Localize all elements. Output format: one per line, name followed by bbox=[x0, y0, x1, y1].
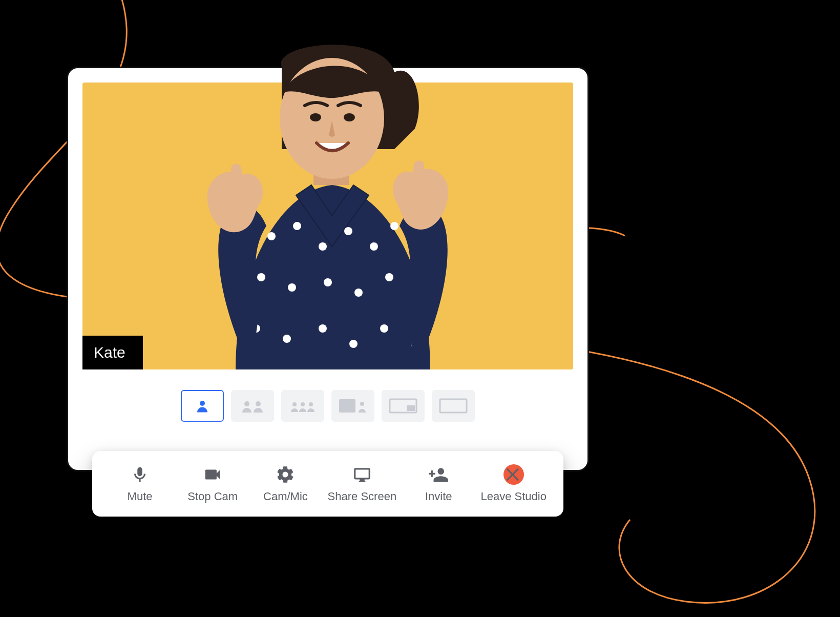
svg-rect-22 bbox=[230, 163, 246, 195]
studio-window: Kate bbox=[67, 67, 589, 471]
two-person-icon bbox=[240, 398, 265, 414]
three-person-icon bbox=[288, 398, 317, 414]
svg-point-14 bbox=[385, 273, 393, 281]
person-icon bbox=[195, 398, 210, 414]
invite-button[interactable]: Invite bbox=[408, 464, 469, 503]
svg-point-7 bbox=[344, 227, 352, 235]
svg-point-31 bbox=[360, 402, 364, 406]
blank-frame-icon bbox=[438, 397, 468, 415]
layout-blank[interactable] bbox=[432, 390, 475, 422]
svg-point-5 bbox=[293, 222, 301, 230]
svg-point-6 bbox=[319, 242, 327, 251]
svg-point-28 bbox=[301, 402, 305, 406]
svg-point-3 bbox=[344, 113, 355, 121]
microphone-icon bbox=[130, 464, 150, 485]
svg-point-25 bbox=[244, 401, 249, 406]
svg-point-20 bbox=[380, 324, 388, 333]
svg-point-24 bbox=[200, 401, 205, 406]
svg-point-27 bbox=[292, 402, 297, 406]
invite-label: Invite bbox=[425, 490, 452, 503]
svg-point-13 bbox=[354, 289, 363, 297]
participant-name-tag: Kate bbox=[82, 336, 143, 369]
svg-point-12 bbox=[324, 278, 332, 286]
svg-point-19 bbox=[349, 340, 358, 348]
svg-point-1 bbox=[280, 58, 384, 179]
layout-three-up[interactable] bbox=[281, 390, 324, 422]
stop-cam-label: Stop Cam bbox=[187, 490, 238, 503]
presenter-figure bbox=[128, 21, 528, 369]
mute-button[interactable]: Mute bbox=[109, 464, 171, 503]
svg-rect-33 bbox=[407, 405, 415, 411]
svg-point-4 bbox=[267, 232, 276, 240]
svg-rect-30 bbox=[339, 399, 355, 413]
svg-point-15 bbox=[411, 294, 419, 302]
share-screen-label: Share Screen bbox=[328, 490, 397, 503]
add-person-icon bbox=[429, 464, 448, 485]
main-plus-side-icon bbox=[338, 397, 368, 415]
participant-name: Kate bbox=[94, 344, 125, 361]
svg-rect-23 bbox=[410, 160, 425, 191]
mute-label: Mute bbox=[128, 490, 153, 503]
control-toolbar: Mute Stop Cam Cam/Mic Share Screen Invit… bbox=[92, 451, 563, 517]
pip-icon bbox=[388, 397, 418, 415]
stop-cam-button[interactable]: Stop Cam bbox=[182, 464, 243, 503]
svg-point-10 bbox=[257, 273, 265, 281]
video-camera-icon bbox=[203, 464, 222, 485]
svg-point-21 bbox=[411, 340, 419, 348]
monitor-icon bbox=[352, 464, 372, 485]
svg-point-26 bbox=[256, 401, 261, 406]
cam-mic-settings-button[interactable]: Cam/Mic bbox=[255, 464, 316, 503]
leave-studio-button[interactable]: Leave Studio bbox=[480, 464, 546, 503]
svg-point-29 bbox=[309, 402, 313, 406]
gear-icon bbox=[276, 464, 295, 485]
svg-point-18 bbox=[319, 324, 327, 333]
svg-rect-34 bbox=[440, 399, 467, 413]
layout-main-plus-side[interactable] bbox=[331, 390, 374, 422]
svg-point-8 bbox=[370, 242, 378, 251]
main-video: Kate bbox=[82, 83, 573, 369]
leave-label: Leave Studio bbox=[480, 490, 546, 503]
layout-pip[interactable] bbox=[382, 390, 425, 422]
svg-point-17 bbox=[283, 335, 291, 343]
svg-point-2 bbox=[310, 113, 321, 121]
layout-single[interactable] bbox=[181, 390, 224, 422]
cam-mic-label: Cam/Mic bbox=[263, 490, 308, 503]
close-icon bbox=[503, 464, 524, 485]
svg-rect-0 bbox=[313, 149, 349, 185]
share-screen-button[interactable]: Share Screen bbox=[328, 464, 397, 503]
svg-point-9 bbox=[390, 222, 398, 230]
svg-point-16 bbox=[252, 324, 260, 333]
layout-two-up[interactable] bbox=[231, 390, 274, 422]
layout-picker bbox=[82, 390, 573, 422]
svg-point-11 bbox=[288, 283, 296, 292]
